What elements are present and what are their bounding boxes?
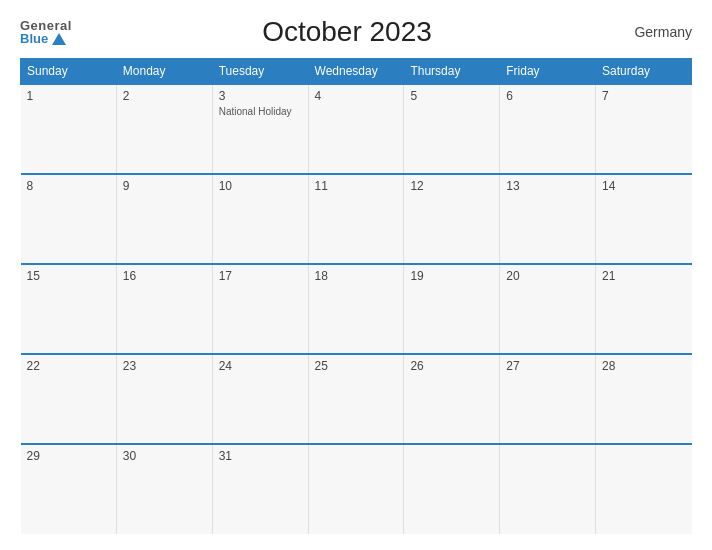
col-wednesday: Wednesday (308, 59, 404, 85)
table-row: 6 (500, 84, 596, 174)
table-row: 3National Holiday (212, 84, 308, 174)
table-row: 11 (308, 174, 404, 264)
day-number: 15 (27, 269, 110, 283)
table-row: 22 (21, 354, 117, 444)
country-label: Germany (622, 24, 692, 40)
day-number: 20 (506, 269, 589, 283)
table-row: 20 (500, 264, 596, 354)
calendar-week-row: 891011121314 (21, 174, 692, 264)
day-number: 17 (219, 269, 302, 283)
logo-blue-text: Blue (20, 32, 72, 45)
calendar-title: October 2023 (72, 16, 622, 48)
calendar-week-row: 123National Holiday4567 (21, 84, 692, 174)
day-number: 16 (123, 269, 206, 283)
day-number: 9 (123, 179, 206, 193)
table-row: 9 (116, 174, 212, 264)
table-row: 13 (500, 174, 596, 264)
table-row: 1 (21, 84, 117, 174)
day-number: 27 (506, 359, 589, 373)
table-row: 14 (596, 174, 692, 264)
table-row (500, 444, 596, 534)
table-row: 21 (596, 264, 692, 354)
day-number: 22 (27, 359, 110, 373)
table-row: 23 (116, 354, 212, 444)
day-number: 26 (410, 359, 493, 373)
day-number: 6 (506, 89, 589, 103)
col-sunday: Sunday (21, 59, 117, 85)
day-number: 19 (410, 269, 493, 283)
table-row: 25 (308, 354, 404, 444)
table-row: 10 (212, 174, 308, 264)
day-number: 12 (410, 179, 493, 193)
table-row: 26 (404, 354, 500, 444)
table-row (404, 444, 500, 534)
table-row: 2 (116, 84, 212, 174)
day-number: 5 (410, 89, 493, 103)
table-row (308, 444, 404, 534)
table-row: 8 (21, 174, 117, 264)
logo: General Blue (20, 19, 72, 45)
day-number: 14 (602, 179, 685, 193)
table-row (596, 444, 692, 534)
day-number: 29 (27, 449, 110, 463)
calendar-week-row: 22232425262728 (21, 354, 692, 444)
calendar-week-row: 293031 (21, 444, 692, 534)
table-row: 16 (116, 264, 212, 354)
day-number: 8 (27, 179, 110, 193)
day-number: 13 (506, 179, 589, 193)
col-saturday: Saturday (596, 59, 692, 85)
table-row: 5 (404, 84, 500, 174)
table-row: 27 (500, 354, 596, 444)
table-row: 4 (308, 84, 404, 174)
day-number: 23 (123, 359, 206, 373)
page: General Blue October 2023 Germany Sunday… (0, 0, 712, 550)
col-monday: Monday (116, 59, 212, 85)
table-row: 15 (21, 264, 117, 354)
day-number: 30 (123, 449, 206, 463)
holiday-label: National Holiday (219, 105, 302, 118)
day-number: 1 (27, 89, 110, 103)
table-row: 29 (21, 444, 117, 534)
day-number: 10 (219, 179, 302, 193)
col-tuesday: Tuesday (212, 59, 308, 85)
day-number: 7 (602, 89, 685, 103)
table-row: 24 (212, 354, 308, 444)
logo-triangle-icon (52, 33, 66, 45)
table-row: 18 (308, 264, 404, 354)
day-number: 18 (315, 269, 398, 283)
table-row: 28 (596, 354, 692, 444)
day-number: 11 (315, 179, 398, 193)
header: General Blue October 2023 Germany (20, 16, 692, 48)
day-number: 31 (219, 449, 302, 463)
table-row: 12 (404, 174, 500, 264)
table-row: 19 (404, 264, 500, 354)
col-thursday: Thursday (404, 59, 500, 85)
calendar-header-row: Sunday Monday Tuesday Wednesday Thursday… (21, 59, 692, 85)
day-number: 25 (315, 359, 398, 373)
day-number: 28 (602, 359, 685, 373)
day-number: 21 (602, 269, 685, 283)
table-row: 31 (212, 444, 308, 534)
col-friday: Friday (500, 59, 596, 85)
calendar-week-row: 15161718192021 (21, 264, 692, 354)
day-number: 2 (123, 89, 206, 103)
table-row: 30 (116, 444, 212, 534)
table-row: 17 (212, 264, 308, 354)
day-number: 4 (315, 89, 398, 103)
day-number: 3 (219, 89, 302, 103)
calendar-table: Sunday Monday Tuesday Wednesday Thursday… (20, 58, 692, 534)
table-row: 7 (596, 84, 692, 174)
day-number: 24 (219, 359, 302, 373)
